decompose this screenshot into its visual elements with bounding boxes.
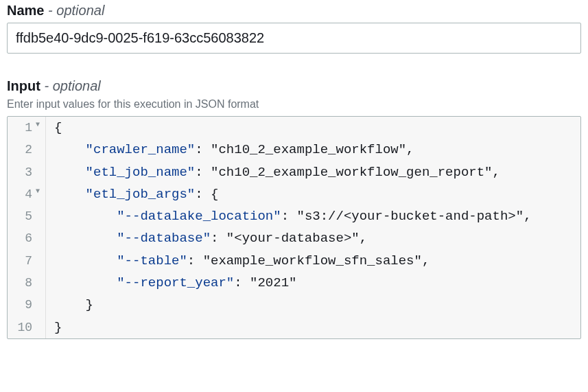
code-text[interactable]: { (46, 117, 62, 139)
json-editor[interactable]: 1{2 "crawler_name": "ch10_2_example_work… (7, 116, 581, 339)
line-number: 10 (8, 316, 35, 338)
code-text[interactable]: "--datalake_location": "s3://<your-bucke… (46, 205, 532, 227)
fold-toggle-icon[interactable] (35, 183, 46, 205)
fold-spacer (35, 250, 46, 272)
input-hint: Enter input values for this execution in… (7, 98, 581, 111)
line-number: 1 (8, 117, 35, 139)
code-line[interactable]: 1{ (8, 117, 580, 139)
code-line[interactable]: 2 "crawler_name": "ch10_2_example_workfl… (8, 139, 580, 161)
code-line[interactable]: 4 "etl_job_args": { (8, 183, 580, 205)
code-line[interactable]: 7 "--table": "example_workflow_sfn_sales… (8, 250, 580, 272)
input-optional-text: optional (44, 78, 100, 93)
name-label-text: Name (7, 3, 44, 18)
line-number: 9 (8, 294, 35, 316)
input-label-text: Input (7, 78, 40, 93)
fold-spacer (35, 205, 46, 227)
line-number: 3 (8, 161, 35, 183)
line-number: 6 (8, 227, 35, 249)
fold-spacer (35, 227, 46, 249)
line-number: 8 (8, 272, 35, 294)
code-line[interactable]: 6 "--database": "<your-database>", (8, 227, 580, 249)
code-line[interactable]: 3 "etl_job_name": "ch10_2_example_workfl… (8, 161, 580, 183)
code-line[interactable]: 9 } (8, 294, 580, 316)
line-number: 2 (8, 139, 35, 161)
code-line[interactable]: 10} (8, 316, 580, 338)
name-input[interactable] (7, 23, 581, 54)
fold-spacer (35, 161, 46, 183)
code-line[interactable]: 8 "--report_year": "2021" (8, 272, 580, 294)
code-text[interactable]: "crawler_name": "ch10_2_example_workflow… (46, 139, 414, 161)
name-label: Name optional (7, 3, 581, 19)
line-number: 7 (8, 250, 35, 272)
code-text[interactable]: } (46, 294, 93, 316)
fold-spacer (35, 294, 46, 316)
fold-toggle-icon[interactable] (35, 117, 46, 139)
line-number: 5 (8, 205, 35, 227)
code-text[interactable]: "etl_job_name": "ch10_2_example_workflow… (46, 161, 500, 183)
code-text[interactable]: "--database": "<your-database>", (46, 227, 367, 249)
fold-spacer (35, 139, 46, 161)
fold-spacer (35, 272, 46, 294)
code-line[interactable]: 5 "--datalake_location": "s3://<your-buc… (8, 205, 580, 227)
line-number: 4 (8, 183, 35, 205)
fold-spacer (35, 316, 46, 338)
code-text[interactable]: "--table": "example_workflow_sfn_sales", (46, 250, 430, 272)
name-optional-text: optional (48, 3, 104, 18)
code-text[interactable]: } (46, 316, 62, 338)
code-text[interactable]: "etl_job_args": { (46, 183, 218, 205)
code-text[interactable]: "--report_year": "2021" (46, 272, 296, 294)
input-label: Input optional (7, 78, 581, 94)
